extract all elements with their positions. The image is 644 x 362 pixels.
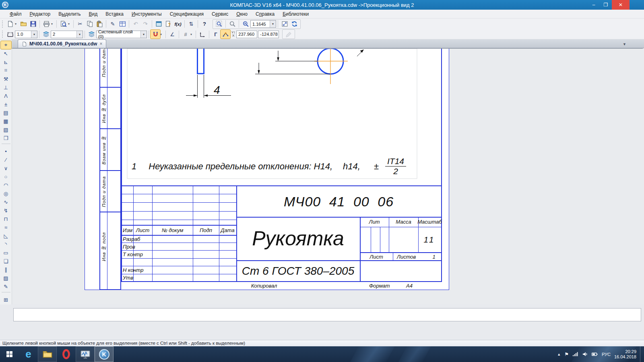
menu-select[interactable]: Выделить [54, 10, 85, 18]
action-center-icon[interactable]: ⚑ [564, 352, 569, 357]
zoom-in-button[interactable] [241, 20, 250, 29]
minimize-button[interactable]: – [588, 0, 600, 10]
renumber-button[interactable]: ⇅ [186, 20, 196, 29]
restore-button[interactable]: ❐ [600, 0, 612, 10]
zoom-scale-dropdown-icon[interactable]: ▾ [270, 21, 276, 27]
left-tool-compass[interactable]: Λ [1, 92, 11, 100]
menu-tools[interactable]: Инструменты [128, 10, 166, 18]
file-explorer-button[interactable] [38, 346, 57, 362]
menu-view[interactable]: Вид [85, 10, 102, 18]
toolbar-handle[interactable] [2, 21, 4, 28]
coordinate-y-field[interactable]: -124.878 [258, 31, 279, 38]
left-tool-rectangle[interactable]: ▭ [1, 249, 11, 257]
drawing-canvas[interactable]: 4 1 Неуказанные предельные отклонения: H… [12, 48, 643, 304]
new-dropdown-icon[interactable]: ▾ [15, 22, 19, 26]
left-tool-point[interactable]: • [1, 147, 11, 155]
network-signal-icon[interactable] [572, 352, 578, 357]
step-dropdown-icon[interactable]: ▾ [31, 31, 37, 38]
angle-snap-button[interactable]: ∠ [167, 30, 177, 39]
menu-specification[interactable]: Спецификация [166, 10, 208, 18]
print-dropdown-icon[interactable]: ▾ [51, 22, 55, 26]
left-tool-hatch[interactable]: ▨ [1, 274, 11, 282]
local-csys-button[interactable] [198, 30, 207, 39]
redo-button[interactable]: ↷ [140, 20, 150, 29]
left-tool-insert-object[interactable]: ❒ [1, 134, 11, 142]
specification-button[interactable] [118, 20, 127, 29]
paste-button[interactable] [95, 20, 104, 29]
cut-button[interactable]: ✂ [75, 20, 85, 29]
print-preview-button[interactable] [58, 20, 68, 29]
menu-file[interactable]: Файл [6, 10, 26, 18]
left-tool-edit-hammer[interactable]: ⚒ [1, 75, 11, 83]
left-tool-assoc-dimension[interactable]: ⌗ [1, 66, 11, 74]
document-properties-button[interactable] [163, 20, 173, 29]
left-tool-macro-lightning[interactable]: ↯ [1, 206, 11, 214]
kompas-taskbar-button[interactable]: K [95, 346, 114, 362]
left-tool-spec-table[interactable]: ▦ [1, 117, 11, 125]
left-tool-segment[interactable]: ∕ [1, 156, 11, 164]
zoom-by-frame-button[interactable] [214, 20, 224, 29]
grid-button[interactable]: # [181, 30, 190, 39]
left-tool-spline[interactable]: ∿ [1, 198, 11, 206]
left-tool-arc[interactable]: ◠ [1, 181, 11, 189]
left-tool-fillet[interactable]: ◝ [1, 240, 11, 248]
open-document-button[interactable] [19, 20, 28, 29]
left-tool-chamfer[interactable]: ◺ [1, 232, 11, 240]
volume-icon[interactable] [582, 352, 588, 357]
left-tool-collect-contour[interactable]: ❏ [1, 257, 11, 265]
layer-number-combo[interactable]: 2 ▾ [51, 31, 83, 38]
left-tool-curve[interactable]: ≈ [1, 223, 11, 231]
battery-icon[interactable] [591, 352, 598, 357]
preview-dropdown-icon[interactable]: ▾ [68, 22, 72, 26]
ortho-button[interactable]: Г [211, 30, 221, 39]
tab-list-dropdown-icon[interactable]: ▼ [623, 42, 626, 46]
layer-number-dropdown-icon[interactable]: ▾ [76, 31, 83, 38]
show-all-button[interactable] [280, 20, 289, 29]
close-button[interactable]: ✕ [612, 0, 630, 10]
left-tool-extra-tool[interactable]: ⊞ [1, 296, 11, 304]
tab-close-icon[interactable]: × [99, 41, 102, 47]
left-tool-select-object[interactable]: ⌖ [1, 41, 11, 49]
menu-insert[interactable]: Вставка [101, 10, 128, 18]
roundoff-button[interactable] [221, 30, 230, 39]
toolbar-handle[interactable] [2, 31, 4, 38]
print-button[interactable] [41, 20, 51, 29]
left-tool-contour[interactable]: ⊓ [1, 215, 11, 223]
fx-button[interactable]: f(x) [173, 20, 183, 29]
layer-stack-icon[interactable] [87, 30, 96, 39]
left-tool-circle[interactable]: ○ [1, 173, 11, 181]
left-tool-report-book[interactable]: ▧ [1, 125, 11, 134]
zoom-scale-combo[interactable]: 1.1645 ▾ [250, 20, 276, 28]
title-block[interactable]: Изм Лист № докум Подп Дата Разраб Пров Т… [121, 185, 442, 282]
layer-name-combo[interactable]: Системный слой (0) ▾ [96, 31, 147, 38]
new-document-button[interactable] [5, 20, 15, 29]
menu-help[interactable]: Справка [252, 10, 279, 18]
left-tool-measure[interactable]: ⊾ [1, 58, 11, 66]
copy-button[interactable] [85, 20, 95, 29]
left-tool-parametrize[interactable]: ⊥ [1, 83, 11, 91]
tray-expand-icon[interactable]: ▲ [557, 352, 561, 356]
snap-magnet-button[interactable] [151, 30, 160, 39]
menu-window[interactable]: Окно [232, 10, 252, 18]
opera-button[interactable] [57, 346, 76, 362]
coordinate-x-field[interactable]: 237.960 [236, 31, 257, 38]
zoom-auto-button[interactable] [227, 20, 237, 29]
step-combo[interactable]: 1.0 ▾ [15, 31, 37, 38]
left-tool-snap-cursor[interactable]: ↖ [1, 49, 11, 58]
document-tab[interactable]: МЧ00.41.00.06_Рукоятка.cdw × [18, 39, 106, 48]
start-button[interactable] [0, 346, 19, 362]
variables-window-button[interactable] [154, 20, 163, 29]
internet-explorer-button[interactable]: e [19, 346, 38, 362]
left-tool-save-fragment[interactable]: ▤ [1, 109, 11, 117]
grid-dropdown-icon[interactable]: ▾ [190, 33, 194, 36]
kompas-app-icon[interactable]: K [2, 2, 8, 8]
menu-service[interactable]: Сервис [208, 10, 232, 18]
show-desktop-button[interactable] [640, 346, 642, 362]
refresh-view-button[interactable] [289, 20, 299, 29]
copy-properties-button[interactable]: ✎ [108, 20, 118, 29]
left-tool-ellipse[interactable]: ◎ [1, 189, 11, 197]
left-tool-plus-minus[interactable]: ± [1, 100, 11, 108]
system-monitor-button[interactable] [76, 346, 95, 362]
clock[interactable]: 20:29 16.04.2018 [614, 349, 636, 360]
snap-dropdown-icon[interactable]: ▾ [160, 33, 164, 36]
